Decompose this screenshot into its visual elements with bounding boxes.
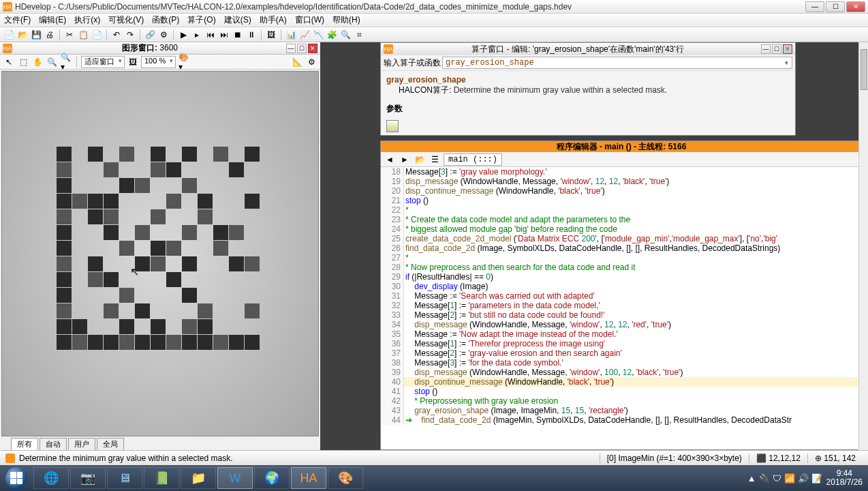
toolbar-button[interactable]: 📄 — [3, 29, 15, 41]
toolbar-button[interactable]: ⏮ — [204, 29, 217, 41]
code-line[interactable]: 44➔ find_data_code_2d (ImageMin, SymbolX… — [381, 415, 862, 425]
operator-input-combo[interactable]: gray_erosion_shape — [442, 57, 792, 69]
menu-item[interactable]: 可视化(V) — [104, 13, 148, 27]
operator-maximize-button[interactable]: ☐ — [772, 44, 781, 54]
taskbar-app[interactable]: 🌐 — [33, 467, 69, 489]
code-line[interactable]: 20disp_continue_message (WindowHandle, '… — [381, 186, 862, 196]
taskbar-app[interactable]: 🎨 — [328, 467, 363, 489]
code-line[interactable]: 27* — [381, 253, 862, 263]
toolbar-button[interactable]: ⌗ — [353, 29, 365, 41]
operator-param-icon[interactable] — [386, 120, 399, 132]
code-line[interactable]: 25create_data_code_2d_model ('Data Matri… — [381, 234, 862, 243]
taskbar-app[interactable]: 🖥 — [107, 467, 142, 489]
toolbar-button[interactable]: ▶ — [177, 29, 189, 41]
start-button[interactable] — [0, 465, 33, 491]
tray-icon[interactable]: 📶 — [784, 473, 795, 483]
tray-icon[interactable]: 🛡 — [773, 473, 781, 483]
vertical-scrollbar[interactable] — [858, 42, 868, 450]
toolbar-button[interactable]: 📄 — [91, 29, 103, 41]
color-tool-icon[interactable]: 🎨▾ — [178, 56, 190, 68]
code-line[interactable]: 38 Message[3] := 'for the data code symb… — [381, 358, 862, 368]
toolbar-button[interactable]: 📈 — [298, 29, 311, 41]
fit-mode-combo[interactable]: 适应窗口 — [81, 56, 125, 68]
code-line[interactable]: 34 disp_message (WindowHandle, Message, … — [381, 320, 862, 329]
toolbar-button[interactable]: 💾 — [30, 29, 42, 41]
nav-forward-button[interactable]: ► — [399, 153, 411, 166]
code-line[interactable]: 18Message[3] := 'gray value morphology.' — [381, 167, 862, 177]
code-line[interactable]: 37 Message[2] := 'gray-value erosion and… — [381, 348, 862, 358]
window-maximize-button[interactable]: ☐ — [826, 1, 845, 12]
menu-item[interactable]: 函数(P) — [148, 13, 183, 27]
code-line[interactable]: 29if (|ResultHandles| == 0) — [381, 272, 862, 282]
code-line[interactable]: 23* Create the data code model and adapt… — [381, 215, 862, 224]
graphics-canvas[interactable]: ↖ — [1, 71, 319, 436]
operator-close-button[interactable]: ✕ — [783, 44, 792, 54]
toolbar-button[interactable]: 🧩 — [326, 29, 338, 41]
toolbar-button[interactable]: ↶ — [110, 29, 123, 41]
image-icon[interactable]: 🖼 — [127, 56, 139, 68]
toolbar-button[interactable]: 🖼 — [265, 29, 277, 41]
menu-item[interactable]: 窗口(W) — [291, 13, 328, 27]
select-tool-icon[interactable]: ⬚ — [17, 56, 29, 68]
menu-item[interactable]: 编辑(E) — [35, 13, 70, 27]
zoom-level-combo[interactable]: 100 % — [141, 56, 176, 68]
graphics-minimize-button[interactable]: — — [286, 44, 296, 53]
menu-item[interactable]: 助手(A) — [255, 13, 291, 27]
code-line[interactable]: 42 * Preprossesing with gray value erosi… — [381, 396, 862, 406]
taskbar-app[interactable]: 📗 — [144, 467, 179, 489]
tray-icon[interactable]: 📝 — [811, 473, 822, 483]
code-line[interactable]: 35 Message := 'Now adapt the image inste… — [381, 329, 862, 339]
code-line[interactable]: 19disp_message (WindowHandle, Message, '… — [381, 177, 862, 186]
nav-back-button[interactable]: ◄ — [384, 153, 396, 166]
toolbar-button[interactable]: 📂 — [16, 29, 29, 41]
window-close-button[interactable]: ✕ — [846, 1, 865, 12]
taskbar-app[interactable]: 🌍 — [254, 467, 290, 489]
menu-item[interactable]: 建议(S) — [220, 13, 255, 27]
menu-item[interactable]: 算子(O) — [183, 13, 219, 27]
toolbar-button[interactable]: ⏹ — [232, 29, 244, 41]
toolbar-button[interactable]: 🖨 — [44, 29, 56, 41]
code-line[interactable]: 22* — [381, 205, 862, 215]
graphics-tab[interactable]: 用户 — [68, 438, 95, 450]
taskbar-app[interactable]: W — [217, 467, 253, 489]
code-line[interactable]: 33 Message[2] := 'but still no data code… — [381, 310, 862, 320]
graphics-tab[interactable]: 全局 — [97, 438, 124, 450]
code-line[interactable]: 31 Message := 'Search was carried out wi… — [381, 291, 862, 301]
settings-icon[interactable]: ⚙ — [305, 56, 317, 68]
code-line[interactable]: 26find_data_code_2d (Image, SymbolXLDs, … — [381, 243, 862, 253]
pan-tool-icon[interactable]: ✋ — [31, 56, 44, 68]
tray-icon[interactable]: 🔌 — [759, 473, 770, 483]
scrollbar-thumb[interactable] — [861, 49, 867, 90]
toolbar-button[interactable]: ⚙ — [157, 29, 170, 41]
tray-icon[interactable]: ▲ — [747, 473, 756, 483]
toolbar-button[interactable]: 🔗 — [144, 29, 156, 41]
toolbar-button[interactable]: ▸ — [191, 29, 203, 41]
taskbar-app[interactable]: HA — [291, 467, 326, 489]
code-line[interactable]: 43 gray_erosion_shape (Image, ImageMin, … — [381, 406, 862, 415]
editor-location[interactable]: main (:::) — [444, 153, 502, 166]
operator-minimize-button[interactable]: — — [761, 44, 771, 54]
toolbar-button[interactable]: 📊 — [285, 29, 297, 41]
code-line[interactable]: 36 Message[1] := 'Therefor preprocess th… — [381, 339, 862, 348]
code-area[interactable]: 18Message[3] := 'gray value morphology.'… — [381, 167, 862, 449]
tray-clock[interactable]: 9:44 2018/7/26 — [826, 469, 863, 487]
toolbar-button[interactable]: 🔍 — [339, 29, 352, 41]
zoom-dropdown-icon[interactable]: 🔍▾ — [60, 56, 72, 68]
code-line[interactable]: 21stop () — [381, 196, 862, 205]
tray-icon[interactable]: 🔊 — [798, 473, 809, 483]
graphics-maximize-button[interactable]: ☐ — [297, 44, 307, 53]
menu-item[interactable]: 帮助(H) — [328, 13, 365, 27]
code-line[interactable]: 40 disp_continue_message (WindowHandle, … — [381, 377, 862, 387]
nav-folder-icon[interactable]: 📂 — [414, 153, 426, 166]
code-line[interactable]: 30 dev_display (Image) — [381, 282, 862, 291]
nav-list-icon[interactable]: ☰ — [429, 153, 441, 166]
toolbar-button[interactable]: ⏭ — [218, 29, 230, 41]
code-line[interactable]: 32 Message[1] := 'parameters in the data… — [381, 301, 862, 310]
code-line[interactable]: 41 stop () — [381, 387, 862, 396]
code-line[interactable]: 39 disp_message (WindowHandle, Message, … — [381, 368, 862, 377]
taskbar-app[interactable]: 📷 — [70, 467, 106, 489]
menu-item[interactable]: 执行(x) — [70, 13, 104, 27]
graphics-close-button[interactable]: ✕ — [308, 44, 317, 53]
graphics-tab[interactable]: 所有 — [11, 438, 38, 450]
toolbar-button[interactable]: ⏸ — [245, 29, 258, 41]
